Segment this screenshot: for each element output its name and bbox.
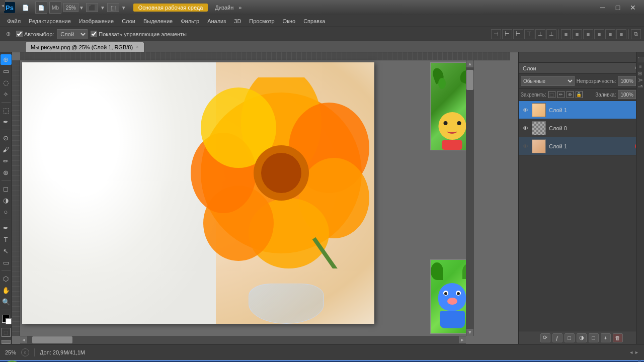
layer-adj-btn[interactable]: ◑ [577, 333, 587, 342]
tool-zoom[interactable]: 🔍 [1, 297, 12, 307]
tool-crop[interactable]: ⬚ [1, 105, 12, 116]
layer-group-btn[interactable]: □ [589, 333, 599, 342]
distribute-icon4[interactable]: ≡ [594, 29, 604, 39]
tool-shape[interactable]: ▭ [1, 257, 12, 268]
tool-marquee[interactable]: ▭ [1, 66, 12, 76]
tool-dodge[interactable]: ○ [1, 207, 12, 217]
tab-scroll-left[interactable]: ◂ [0, 0, 5, 11]
side-icon-2[interactable]: ≡ [637, 65, 643, 68]
layer-style-btn[interactable]: ƒ [552, 333, 562, 342]
zoom-indicator[interactable]: ○ [21, 348, 29, 356]
opacity-value[interactable]: 100% [618, 76, 636, 86]
tool-pen[interactable]: ✒ [1, 223, 12, 233]
autoselect-checkbox[interactable] [16, 31, 23, 37]
layer-0-visibility[interactable]: 👁 [522, 125, 529, 132]
menu-analysis[interactable]: Анализ [203, 17, 230, 25]
align-center-h-icon[interactable]: ⊢ [502, 29, 512, 39]
tool-screen-mode[interactable] [2, 340, 11, 344]
new-doc-btn[interactable]: 📄 [35, 2, 47, 14]
menu-select[interactable]: Выделение [139, 17, 177, 25]
close-btn[interactable]: ✕ [626, 3, 640, 13]
active-tab[interactable]: Мы рисуем.png @ 25% (Слой 1, RGB/8) × [25, 42, 144, 52]
mb-btn[interactable]: Mb [49, 2, 61, 14]
vscroll-up-btn[interactable]: ▲ [466, 60, 473, 67]
screen-btn[interactable]: ⬚ [107, 3, 119, 12]
menu-window[interactable]: Окно [279, 17, 300, 25]
layer-delete-btn[interactable]: 🗑 [613, 333, 623, 342]
tool-eyedropper[interactable]: ✒ [1, 117, 12, 127]
vscroll-down-btn[interactable]: ▼ [466, 329, 473, 336]
layer-item-1b[interactable]: 👁 Слой 1 [519, 137, 644, 155]
tool-spot-heal[interactable]: ⊙ [1, 133, 12, 143]
align-middle-v-icon[interactable]: ⊥ [535, 29, 545, 39]
screen-chevron[interactable]: ▼ [121, 5, 126, 11]
side-icon-1[interactable]: ⬛ [637, 56, 643, 62]
vscroll-thumb[interactable] [466, 70, 473, 90]
menu-image[interactable]: Изображение [75, 17, 118, 25]
zoom-control[interactable]: 25% ▼ [63, 3, 84, 12]
menu-file[interactable]: Файл [3, 17, 25, 25]
hscroll-left-btn[interactable]: ◄ [20, 336, 27, 343]
menu-layers[interactable]: Слои [118, 17, 139, 25]
lock-transparent-btn[interactable]: ⬚ [548, 91, 555, 98]
distribute-icon3[interactable]: ≡ [583, 29, 593, 39]
layer-item-0[interactable]: 👁 Слой 0 [519, 119, 644, 137]
lock-move-btn[interactable]: ⊕ [567, 91, 574, 98]
scroll-right-indicator[interactable]: ► [634, 350, 639, 355]
layer-1b-visibility[interactable]: 👁 [522, 143, 529, 150]
tool-lasso[interactable]: ◌ [1, 77, 12, 88]
layer-new-btn[interactable]: + [601, 333, 611, 342]
menu-help[interactable]: Справка [299, 17, 329, 25]
side-icon-3[interactable]: ⊞ [637, 71, 643, 75]
blend-mode-select[interactable]: Обычные [521, 76, 575, 86]
tool-hand[interactable]: ✋ [1, 285, 12, 296]
align-bottom-icon[interactable]: ⊥ [546, 29, 556, 39]
fill-value[interactable]: 100% [618, 90, 636, 99]
tool-3d[interactable]: ⬡ [1, 274, 12, 284]
layer-1-visibility[interactable]: 👁 [522, 107, 529, 114]
background-color[interactable] [6, 318, 12, 324]
extend-btn[interactable]: » [238, 5, 242, 11]
autoselect-dropdown[interactable]: Слой Группа [57, 29, 88, 39]
tool-gradient[interactable]: ◑ [1, 195, 12, 206]
lock-paint-btn[interactable]: ✏ [557, 91, 565, 98]
menu-edit[interactable]: Редактирование [25, 17, 75, 25]
maximize-btn[interactable]: □ [611, 3, 625, 13]
tool-eraser[interactable]: ◻ [1, 184, 12, 194]
arrange-icon[interactable]: ⧉ [631, 29, 641, 39]
tool-clone[interactable]: ✏ [1, 156, 12, 166]
menu-view[interactable]: Просмотр [245, 17, 278, 25]
zoom-chevron[interactable]: ▼ [79, 5, 84, 11]
menu-3d[interactable]: 3D [230, 17, 245, 25]
layout-chevron[interactable]: ▼ [100, 5, 105, 11]
distribute-icon1[interactable]: ≡ [561, 29, 571, 39]
layer-mask-btn[interactable]: □ [565, 333, 575, 342]
tool-history-brush[interactable]: ⊛ [1, 167, 12, 178]
lock-all-btn[interactable]: 🔒 [576, 91, 583, 98]
tool-quick-mask[interactable]: ⬚ [2, 328, 11, 337]
scroll-left-indicator[interactable]: ◄ [629, 350, 633, 355]
side-icon-5[interactable]: ¶ [637, 85, 643, 87]
distribute-icon5[interactable]: ≡ [605, 29, 615, 39]
tool-brush[interactable]: 🖌 [1, 144, 12, 155]
minimize-btn[interactable]: ─ [596, 3, 610, 13]
tool-move[interactable]: ⊕ [1, 54, 12, 65]
align-left-icon[interactable]: ⊣ [491, 29, 501, 39]
zoom-display[interactable]: 25% [63, 3, 78, 12]
canvas-hscrollbar[interactable]: ◄ ► [20, 336, 466, 344]
distribute-icon6[interactable]: ≡ [616, 29, 626, 39]
distribute-icon2[interactable]: ≡ [572, 29, 582, 39]
hscroll-thumb[interactable] [32, 336, 72, 343]
menu-filter[interactable]: Фильтр [177, 17, 203, 25]
tool-path-select[interactable]: ↖ [1, 246, 12, 256]
foreground-color[interactable] [2, 315, 10, 323]
layer-link-btn[interactable]: ⟳ [540, 333, 550, 342]
move-tool-icon[interactable]: ⊕ [3, 29, 13, 39]
tab-close-btn[interactable]: × [136, 44, 139, 50]
align-top-icon[interactable]: ⊤ [524, 29, 534, 39]
layout-btn[interactable]: ⬛ [86, 3, 98, 12]
tool-type[interactable]: T [1, 234, 12, 245]
hscroll-right-btn[interactable]: ► [459, 336, 466, 343]
show-controls-checkbox[interactable] [91, 31, 97, 37]
align-right-icon[interactable]: ⊢ [513, 29, 523, 39]
